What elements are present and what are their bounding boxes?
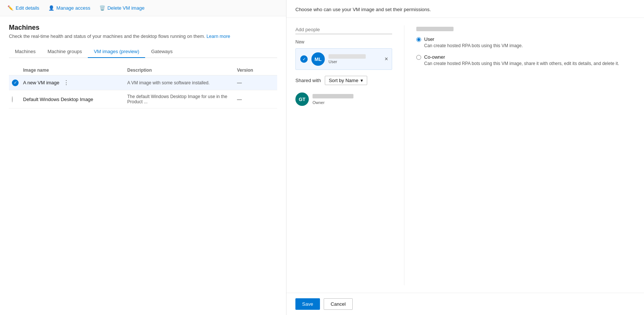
panel-divider (404, 25, 404, 285)
save-button[interactable]: Save (295, 298, 320, 310)
tab-machines[interactable]: Machines (9, 46, 42, 58)
edit-details-button[interactable]: ✏️ Edit details (7, 5, 39, 11)
permission-section: User Can create hosted RPA bots using th… (416, 25, 635, 67)
panel-footer: Save Cancel (286, 293, 644, 315)
tab-gateways[interactable]: Gateways (145, 46, 179, 58)
coowner-permission-option: Co-owner Can create hosted RPA bots usin… (416, 54, 635, 67)
row-2-name: Default Windows Desktop Image (23, 97, 127, 102)
sort-by-dropdown[interactable]: Sort by Name ▾ (325, 76, 367, 85)
learn-more-link[interactable]: Learn more (206, 34, 230, 39)
user-permission-option: User Can create hosted RPA bots using th… (416, 36, 635, 49)
page-content: Machines Check the real-time health and … (0, 16, 286, 315)
panel-header: Choose who can use your VM image and set… (286, 0, 644, 18)
tab-machine-groups[interactable]: Machine groups (42, 46, 88, 58)
panel-left-section: New ✓ ML User × Shared with Sort by Name… (295, 25, 392, 285)
shared-with-row: Shared with Sort by Name ▾ (295, 76, 392, 85)
user-radio[interactable] (416, 37, 421, 42)
coowner-permission-info: Co-owner Can create hosted RPA bots usin… (424, 54, 619, 67)
user-permission-desc: Can create hosted RPA bots using this VM… (424, 43, 523, 49)
new-person-avatar: ML (311, 52, 325, 66)
table-row[interactable]: ✓ A new VM image ⋮ A VM image with some … (9, 75, 277, 90)
person-icon: 👤 (48, 5, 54, 11)
sort-by-label: Sort by Name (329, 78, 358, 83)
right-panel: Choose who can use your VM image and set… (286, 0, 644, 315)
owner-avatar: GT (295, 92, 309, 106)
table-row[interactable]: Default Windows Desktop Image The defaul… (9, 90, 277, 108)
delete-icon: 🗑️ (99, 5, 105, 11)
row-1-name: A new VM image ⋮ (23, 79, 127, 86)
tab-vm-images[interactable]: VM images (preview) (88, 46, 145, 58)
row-check-empty (12, 96, 13, 103)
row-1-more-button[interactable]: ⋮ (63, 79, 70, 86)
new-person-role: User (329, 59, 387, 64)
panel-body: New ✓ ML User × Shared with Sort by Name… (286, 18, 644, 293)
row-2-description: The default Windows Desktop Image for us… (127, 94, 237, 104)
new-section-label: New (295, 39, 392, 45)
row-check-selected: ✓ (12, 79, 19, 86)
permission-person-name-blur (416, 27, 454, 31)
remove-person-button[interactable]: × (385, 56, 388, 62)
row-2-version: — (237, 97, 274, 102)
left-panel: ✏️ Edit details 👤 Manage access 🗑️ Delet… (0, 0, 286, 315)
manage-access-button[interactable]: 👤 Manage access (48, 5, 90, 11)
page-subtitle: Check the real-time health and status of… (9, 34, 277, 39)
owner-info: Owner (313, 94, 353, 105)
new-person-check: ✓ (300, 55, 308, 63)
user-permission-info: User Can create hosted RPA bots using th… (424, 36, 523, 49)
shared-with-label: Shared with (295, 78, 321, 83)
coowner-permission-desc: Can create hosted RPA bots using this VM… (424, 61, 619, 67)
new-person-name-blur (329, 54, 366, 59)
coowner-permission-label: Co-owner (424, 54, 619, 60)
add-people-input[interactable] (295, 25, 392, 34)
delete-vm-image-button[interactable]: 🗑️ Delete VM image (99, 5, 145, 11)
tabs: Machines Machine groups VM images (previ… (9, 46, 277, 58)
table-header: Image name Description Version (9, 65, 277, 75)
row-1-version: — (237, 80, 274, 85)
user-permission-label: User (424, 36, 523, 42)
col-description: Description (127, 68, 237, 73)
pencil-icon: ✏️ (7, 5, 13, 11)
owner-row: GT Owner (295, 90, 392, 109)
new-person-info: User (329, 54, 387, 64)
page-title: Machines (9, 24, 277, 32)
chevron-down-icon: ▾ (361, 78, 363, 83)
coowner-radio[interactable] (416, 55, 421, 60)
owner-name-blur (313, 94, 353, 98)
col-image-name: Image name (23, 68, 127, 73)
owner-role: Owner (313, 100, 353, 105)
panel-subtitle: Choose who can use your VM image and set… (295, 7, 635, 12)
new-person-card: ✓ ML User × (295, 48, 392, 70)
row-1-description: A VM image with some software installed. (127, 80, 237, 85)
col-version: Version (237, 68, 274, 73)
toolbar: ✏️ Edit details 👤 Manage access 🗑️ Delet… (0, 0, 286, 16)
panel-right-section: User Can create hosted RPA bots using th… (416, 25, 635, 285)
cancel-button[interactable]: Cancel (324, 298, 353, 310)
